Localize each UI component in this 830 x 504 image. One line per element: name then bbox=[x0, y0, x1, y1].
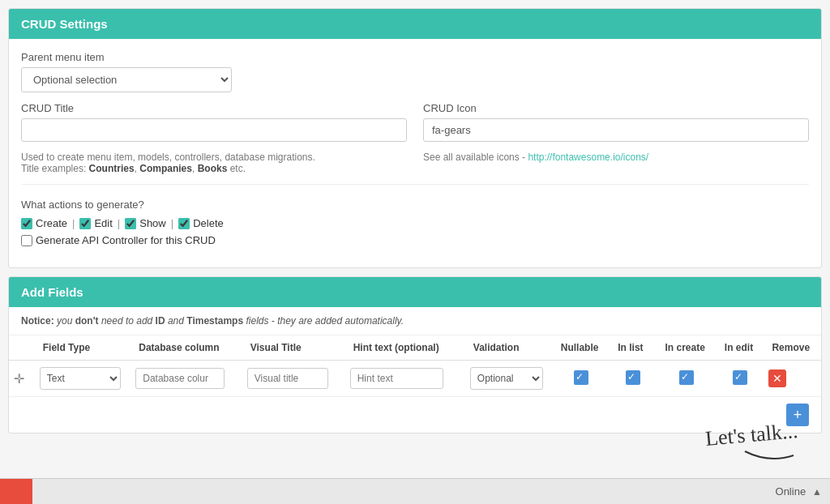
th-nullable: Nullable bbox=[553, 335, 610, 361]
th-validation: Validation bbox=[465, 335, 553, 361]
crud-icon-group: CRUD Icon fa-gears bbox=[423, 102, 809, 142]
th-remove: Remove bbox=[764, 335, 821, 361]
cb-show-label: Show bbox=[139, 217, 166, 229]
parent-menu-group: Parent menu item Optional selection bbox=[21, 51, 809, 92]
crud-settings-panel: CRUD Settings Parent menu item Optional … bbox=[8, 8, 822, 268]
crud-settings-header: CRUD Settings bbox=[9, 9, 821, 39]
remove-button[interactable]: ✕ bbox=[768, 369, 786, 387]
icon-help-link[interactable]: http://fontawesome.io/icons/ bbox=[528, 152, 648, 163]
th-in-list: In list bbox=[610, 335, 657, 361]
remove-cell: ✕ bbox=[764, 361, 821, 397]
actions-checkboxes-row: Create | Edit | Show | Delete bbox=[21, 217, 809, 229]
cb-delete-label: Delete bbox=[193, 217, 224, 229]
hint-text-input[interactable] bbox=[350, 368, 443, 389]
crud-title-help: Used to create menu item, models, contro… bbox=[21, 152, 407, 174]
parent-menu-label: Parent menu item bbox=[21, 51, 809, 63]
cb-delete[interactable] bbox=[178, 218, 190, 229]
th-drag bbox=[9, 335, 35, 361]
th-visual-title: Visual Title bbox=[242, 335, 345, 361]
add-field-button[interactable]: + bbox=[786, 404, 809, 426]
drag-handle-icon[interactable]: ✛ bbox=[14, 372, 24, 386]
cb-api-label: Generate API Controller for this CRUD bbox=[36, 234, 216, 246]
crud-title-label: CRUD Title bbox=[21, 102, 407, 114]
cb-create[interactable] bbox=[21, 218, 32, 229]
cb-edit[interactable] bbox=[79, 218, 91, 229]
api-checkbox-row: Generate API Controller for this CRUD bbox=[21, 234, 809, 246]
add-row-section: + bbox=[9, 397, 821, 433]
visual-title-cell bbox=[242, 361, 345, 397]
nullable-checkbox[interactable] bbox=[574, 370, 588, 385]
th-in-edit: In edit bbox=[717, 335, 764, 361]
nullable-cell bbox=[553, 361, 610, 397]
crud-icon-help: See all available icons - http://fontawe… bbox=[423, 152, 809, 163]
bottom-bar-right: Online ▲ bbox=[776, 485, 830, 498]
th-field-type: Field Type bbox=[35, 335, 130, 361]
cb-show[interactable] bbox=[125, 218, 136, 229]
validation-cell: Optional Required bbox=[465, 361, 553, 397]
help-countries: Countries bbox=[89, 163, 135, 174]
page-wrapper: CRUD Settings Parent menu item Optional … bbox=[0, 8, 830, 504]
crud-title-input[interactable] bbox=[21, 118, 407, 142]
crud-settings-body: Parent menu item Optional selection CRUD… bbox=[9, 39, 821, 267]
hint-text-cell bbox=[345, 361, 465, 397]
actions-label: What actions to generate? bbox=[21, 199, 809, 211]
in-edit-checkbox[interactable] bbox=[733, 370, 747, 385]
bottom-bar: Online ▲ bbox=[0, 478, 830, 504]
parent-menu-select[interactable]: Optional selection bbox=[21, 67, 232, 92]
divider bbox=[21, 184, 809, 185]
validation-select[interactable]: Optional Required bbox=[470, 367, 543, 390]
crud-title-group: CRUD Title bbox=[21, 102, 407, 142]
help-books: Books bbox=[198, 163, 228, 174]
crud-icon-label: CRUD Icon bbox=[423, 102, 809, 114]
crud-title-col: CRUD Title Used to create menu item, mod… bbox=[21, 102, 407, 174]
visual-title-input[interactable] bbox=[247, 368, 328, 389]
bottom-bar-indicator bbox=[0, 479, 32, 504]
in-list-cell bbox=[610, 361, 657, 397]
in-create-checkbox[interactable] bbox=[679, 370, 694, 385]
field-type-cell: Text Integer Boolean Date DateTime Varch… bbox=[35, 361, 130, 397]
table-header-row: Field Type Database column Visual Title … bbox=[9, 335, 821, 361]
cb-api[interactable] bbox=[21, 235, 32, 246]
notice-text: Notice: you don't need to add ID and Tim… bbox=[9, 307, 821, 335]
cb-edit-label: Edit bbox=[94, 217, 112, 229]
th-in-create: In create bbox=[657, 335, 716, 361]
field-type-select[interactable]: Text Integer Boolean Date DateTime Varch… bbox=[40, 367, 121, 390]
cb-create-label: Create bbox=[36, 217, 67, 229]
help-companies: Companies bbox=[139, 163, 192, 174]
in-create-cell bbox=[657, 361, 716, 397]
lets-talk-curve bbox=[741, 443, 798, 468]
drag-handle-cell: ✛ bbox=[9, 361, 35, 397]
db-column-cell bbox=[130, 361, 242, 397]
add-fields-title: Add Fields bbox=[21, 285, 83, 299]
table-row: ✛ Text Integer Boolean Date DateTime Var… bbox=[9, 361, 821, 397]
add-fields-header: Add Fields bbox=[9, 277, 821, 307]
add-fields-panel: Add Fields Notice: you don't need to add… bbox=[8, 276, 822, 434]
fields-table: Field Type Database column Visual Title … bbox=[9, 335, 821, 397]
online-label: Online bbox=[776, 485, 806, 498]
db-column-input[interactable] bbox=[135, 368, 225, 389]
crud-icon-col: CRUD Icon fa-gears See all available ico… bbox=[423, 102, 809, 174]
th-db-column: Database column bbox=[130, 335, 242, 361]
actions-section: What actions to generate? Create | Edit … bbox=[21, 194, 809, 255]
chevron-up-icon[interactable]: ▲ bbox=[812, 486, 822, 498]
two-col-row: CRUD Title Used to create menu item, mod… bbox=[21, 102, 809, 174]
in-edit-cell bbox=[717, 361, 764, 397]
in-list-checkbox[interactable] bbox=[626, 370, 640, 385]
crud-icon-input[interactable]: fa-gears bbox=[423, 118, 809, 142]
crud-settings-title: CRUD Settings bbox=[21, 17, 108, 31]
th-hint-text: Hint text (optional) bbox=[345, 335, 465, 361]
